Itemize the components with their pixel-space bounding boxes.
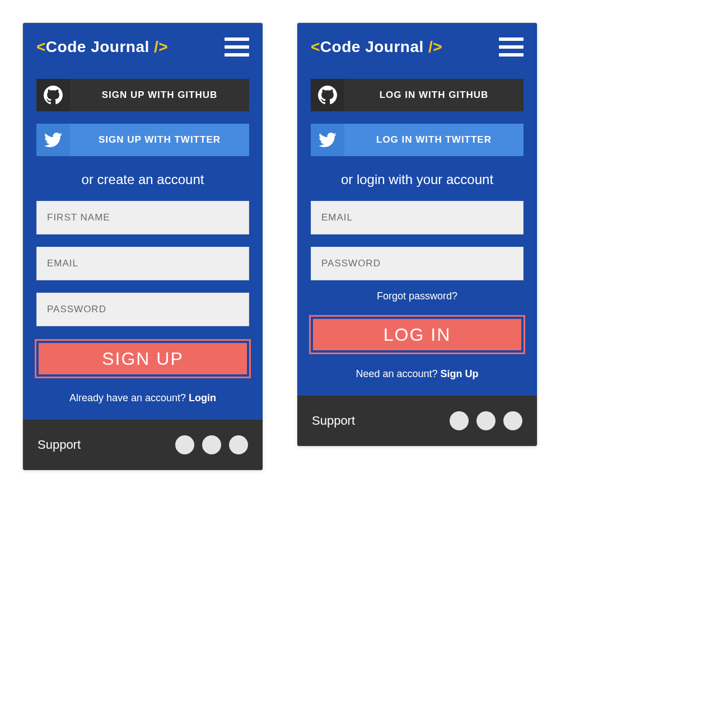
forgot-password-link[interactable]: Forgot password? (311, 290, 524, 302)
footer-social-icons (450, 411, 522, 430)
brand-close-angle: /> (149, 38, 168, 55)
hamburger-menu-icon[interactable] (225, 37, 249, 57)
github-icon (36, 79, 70, 111)
signup-submit-label: SIGN UP (102, 349, 184, 369)
footer-social-icon-2[interactable] (202, 435, 221, 454)
footer-social-icon-1[interactable] (450, 411, 469, 430)
github-icon (311, 79, 344, 111)
signup-screen: <Code Journal /> SIGN UP WITH GITHUB SIG… (22, 22, 263, 471)
signup-twitter-label: SIGN UP WITH TWITTER (99, 134, 221, 145)
signup-form: SIGN UP WITH GITHUB SIGN UP WITH TWITTER… (23, 68, 263, 420)
login-with-github-button[interactable]: LOG IN WITH GITHUB (311, 79, 524, 111)
login-submit-button[interactable]: LOG IN (311, 317, 524, 353)
footer-social-icon-1[interactable] (175, 435, 194, 454)
brand-open-angle: < (36, 38, 46, 55)
login-with-twitter-button[interactable]: LOG IN WITH TWITTER (311, 124, 524, 156)
signup-divider-text: or create an account (36, 172, 249, 187)
login-twitter-label: LOG IN WITH TWITTER (376, 134, 492, 145)
brand-logo: <Code Journal /> (311, 38, 442, 56)
login-email-placeholder: EMAIL (321, 212, 353, 223)
hamburger-menu-icon[interactable] (499, 37, 524, 57)
login-password-input[interactable]: PASSWORD (311, 247, 524, 280)
footer: Support (297, 396, 537, 446)
switch-to-login-line: Already have an account? Login (36, 392, 249, 404)
login-screen: <Code Journal /> LOG IN WITH GITHUB LOG … (297, 22, 538, 447)
switch-to-signup-line: Need an account? Sign Up (311, 368, 524, 380)
brand-open-angle: < (311, 38, 320, 55)
header: <Code Journal /> (23, 23, 263, 68)
twitter-icon (311, 124, 344, 156)
signup-submit-button[interactable]: SIGN UP (36, 341, 249, 377)
signup-with-twitter-button[interactable]: SIGN UP WITH TWITTER (36, 124, 249, 156)
login-form: LOG IN WITH GITHUB LOG IN WITH TWITTER o… (297, 68, 537, 396)
switch-to-login-link[interactable]: Login (189, 392, 216, 403)
login-submit-label: LOG IN (384, 325, 451, 345)
login-email-input[interactable]: EMAIL (311, 201, 524, 234)
footer-social-icon-3[interactable] (229, 435, 248, 454)
support-link[interactable]: Support (312, 414, 355, 428)
switch-to-signup-prompt: Need an account? (356, 368, 440, 379)
signup-password-input[interactable]: PASSWORD (36, 293, 249, 326)
footer-social-icon-3[interactable] (503, 411, 522, 430)
login-github-label: LOG IN WITH GITHUB (380, 90, 489, 101)
login-divider-text: or login with your account (311, 172, 524, 187)
support-link[interactable]: Support (38, 438, 81, 452)
signup-email-input[interactable]: EMAIL (36, 247, 249, 280)
twitter-icon (36, 124, 70, 156)
brand-close-angle: /> (424, 38, 442, 55)
switch-to-login-prompt: Already have an account? (69, 392, 189, 403)
footer: Support (23, 420, 263, 470)
first-name-placeholder: FIRST NAME (47, 212, 110, 223)
footer-social-icon-2[interactable] (476, 411, 496, 430)
signup-github-label: SIGN UP WITH GITHUB (102, 90, 218, 101)
switch-to-signup-link[interactable]: Sign Up (441, 368, 479, 379)
signup-email-placeholder: EMAIL (47, 258, 78, 269)
brand-name: Code Journal (320, 38, 424, 55)
login-password-placeholder: PASSWORD (321, 258, 381, 269)
first-name-input[interactable]: FIRST NAME (36, 201, 249, 234)
footer-social-icons (175, 435, 248, 454)
brand-name: Code Journal (46, 38, 149, 55)
signup-password-placeholder: PASSWORD (47, 304, 106, 315)
brand-logo: <Code Journal /> (36, 38, 168, 56)
header: <Code Journal /> (297, 23, 537, 68)
signup-with-github-button[interactable]: SIGN UP WITH GITHUB (36, 79, 249, 111)
